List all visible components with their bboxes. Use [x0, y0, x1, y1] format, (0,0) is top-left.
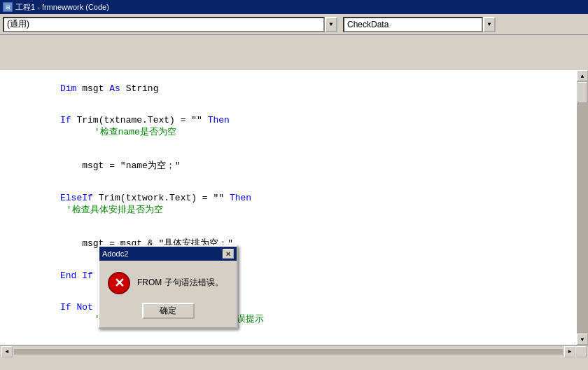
error-icon: ✕: [108, 272, 130, 294]
combo-left-arrow[interactable]: ▼: [325, 17, 337, 32]
window-title: 工程1 - frmnewwork (Code): [15, 2, 109, 13]
toolbar: (通用) ▼ CheckData ▼: [0, 14, 588, 35]
window-icon: ⊞: [3, 2, 13, 12]
modal-dialog: Adodc2 ✕ ✕ FROM 子句语法错误。 确定: [98, 245, 238, 329]
modal-message: FROM 子句语法错误。: [137, 272, 223, 289]
combo-left[interactable]: (通用): [3, 17, 325, 32]
main-area: Dim msgt As String If Trim(txtname.Text)…: [0, 35, 588, 357]
combo-right-arrow[interactable]: ▼: [483, 17, 496, 32]
combo-right[interactable]: CheckData: [343, 17, 483, 32]
modal-overlay: Adodc2 ✕ ✕ FROM 子句语法错误。 确定: [0, 35, 588, 357]
modal-title: Adodc2: [102, 249, 128, 258]
modal-body: ✕ FROM 子句语法错误。 确定: [99, 261, 237, 327]
modal-close-button[interactable]: ✕: [223, 249, 234, 259]
title-bar: ⊞ 工程1 - frmnewwork (Code): [0, 0, 588, 14]
modal-titlebar: Adodc2 ✕: [99, 247, 237, 261]
modal-icon-row: ✕ FROM 子句语法错误。: [108, 272, 228, 294]
modal-ok-button[interactable]: 确定: [142, 303, 195, 319]
